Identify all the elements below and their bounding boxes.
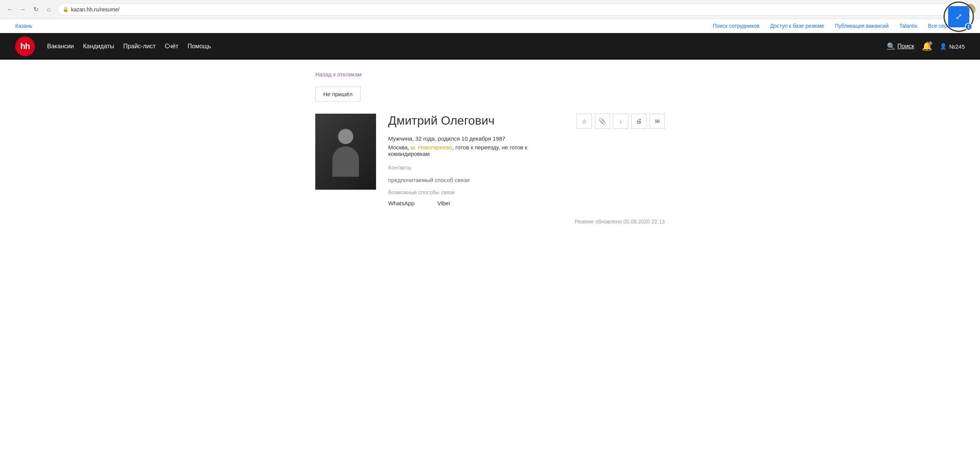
lock-icon: 🔒 bbox=[63, 6, 69, 12]
account-number: №245 bbox=[949, 43, 965, 50]
download-button[interactable]: ↓ bbox=[613, 114, 628, 129]
city-selector[interactable]: Казань bbox=[15, 23, 32, 29]
search-label: Поиск bbox=[897, 43, 914, 50]
possible-contacts-label: Возможные способы связи bbox=[388, 189, 565, 195]
extension-icon: ⤢ 1 bbox=[948, 6, 969, 27]
main-header: hh Вакансии Кандидаты Прайс-лист Счёт По… bbox=[0, 33, 980, 60]
hh-logo[interactable]: hh bbox=[15, 37, 35, 56]
bookmark-button[interactable]: 📎 bbox=[595, 114, 610, 129]
nav-vacancies[interactable]: Вакансии bbox=[47, 43, 74, 50]
notification-badge bbox=[928, 42, 932, 45]
extension-overlay[interactable]: ⤢ 1 bbox=[943, 2, 974, 32]
account-button[interactable]: 👤 №245 bbox=[940, 43, 965, 50]
top-nav: Казань Поиск сотрудников Доступ к базе р… bbox=[0, 19, 980, 33]
address-bar[interactable]: 🔒 kazan.hh.ru/resume/ bbox=[58, 3, 960, 16]
forward-button[interactable]: → bbox=[18, 4, 28, 15]
resume-action-buttons: ☆ 📎 ↓ 🖨 ✉ bbox=[577, 114, 665, 129]
contact-methods: WhatsApp Viber bbox=[388, 200, 565, 206]
candidate-location-info: Москва, м. Новогиреево, готов к переезду… bbox=[388, 144, 565, 157]
resume-card: Дмитрий Олегович Мужчина, 32 года, родил… bbox=[315, 114, 665, 206]
preferred-contact-info: предпочитаемый способ связи bbox=[388, 177, 565, 183]
top-nav-links: Поиск сотрудников Доступ к базе резюме П… bbox=[713, 23, 965, 29]
viber-contact[interactable]: Viber bbox=[437, 200, 450, 206]
notification-bell[interactable]: 🔔 bbox=[922, 42, 932, 51]
resume-photo bbox=[315, 114, 376, 190]
main-nav: Вакансии Кандидаты Прайс-лист Счёт Помощ… bbox=[47, 43, 211, 50]
extension-badge: 1 bbox=[965, 23, 972, 30]
page-content: Назад к откликам Не пришёл Дмитрий Олего… bbox=[308, 60, 672, 236]
reload-button[interactable]: ↻ bbox=[30, 4, 41, 15]
not-arrived-container: Не пришёл bbox=[315, 87, 665, 114]
resume-info: Дмитрий Олегович Мужчина, 32 года, родил… bbox=[388, 114, 565, 206]
top-nav-resume-access[interactable]: Доступ к базе резюме bbox=[770, 23, 824, 29]
contacts-section-label: Контакты bbox=[388, 164, 565, 171]
home-button[interactable]: ⌂ bbox=[43, 4, 54, 15]
candidate-name: Дмитрий Олегович bbox=[388, 114, 565, 128]
account-person-icon: 👤 bbox=[940, 43, 947, 50]
resume-updated-text: Резюме обновлено 05.08.2020 22:13 bbox=[575, 219, 665, 225]
silhouette-head bbox=[338, 129, 353, 144]
whatsapp-contact[interactable]: WhatsApp bbox=[388, 200, 414, 206]
silhouette-body bbox=[332, 146, 359, 177]
star-button[interactable]: ☆ bbox=[577, 114, 592, 129]
photo-silhouette bbox=[331, 129, 361, 174]
back-button[interactable]: ← bbox=[5, 4, 15, 15]
candidate-age-info: Мужчина, 32 года, родился 10 декабря 198… bbox=[388, 135, 565, 142]
search-icon: 🔍 bbox=[887, 42, 895, 51]
top-nav-talantix[interactable]: Talantix bbox=[899, 23, 917, 29]
resume-updated-section: Резюме обновлено 05.08.2020 22:13 bbox=[315, 219, 665, 225]
url-text: kazan.hh.ru/resume/ bbox=[71, 6, 120, 13]
metro-link[interactable]: м. Новогиреево bbox=[411, 144, 452, 150]
browser-nav-buttons: ← → ↻ ⌂ bbox=[5, 4, 54, 15]
header-right: 🔍 Поиск 🔔 👤 №245 bbox=[887, 42, 965, 51]
nav-price-list[interactable]: Прайс-лист bbox=[123, 43, 156, 50]
nav-account[interactable]: Счёт bbox=[165, 43, 178, 50]
email-button[interactable]: ✉ bbox=[649, 114, 665, 129]
nav-help[interactable]: Помощь bbox=[188, 43, 211, 50]
location-prefix: Москва, bbox=[388, 144, 411, 150]
search-button[interactable]: 🔍 Поиск bbox=[887, 42, 914, 51]
back-to-responses-link[interactable]: Назад к откликам bbox=[315, 71, 362, 78]
print-button[interactable]: 🖨 bbox=[631, 114, 646, 129]
top-nav-search-employees[interactable]: Поиск сотрудников bbox=[713, 23, 760, 29]
not-arrived-button[interactable]: Не пришёл bbox=[315, 87, 361, 102]
nav-candidates[interactable]: Кандидаты bbox=[83, 43, 115, 50]
browser-chrome: ← → ↻ ⌂ 🔒 kazan.hh.ru/resume/ A bbox=[0, 0, 980, 19]
top-nav-post-jobs[interactable]: Публикация вакансий bbox=[835, 23, 889, 29]
resize-arrows-icon: ⤢ bbox=[955, 12, 962, 22]
